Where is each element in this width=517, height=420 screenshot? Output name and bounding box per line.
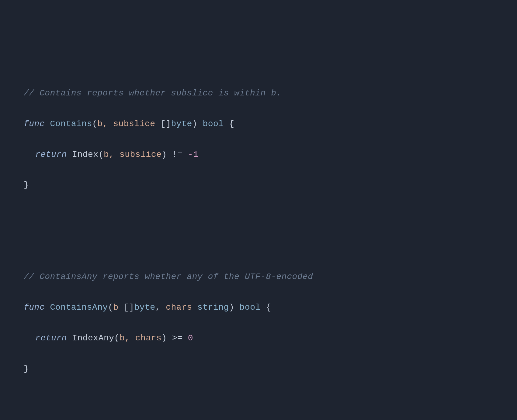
return-type: bool	[203, 119, 224, 129]
type-prefix: []	[119, 303, 134, 312]
type-string: string	[197, 303, 229, 312]
paren-open: (	[92, 119, 97, 129]
keyword-func: func	[24, 303, 45, 312]
comma: ,	[155, 303, 161, 312]
params: b, subslice	[97, 119, 155, 129]
code-block-contains: // Contains reports whether subslice is …	[24, 71, 517, 208]
brace-open: {	[266, 303, 271, 312]
type-byte: byte	[171, 119, 192, 129]
func-name: Contains	[50, 119, 92, 129]
number-literal: 0	[188, 333, 193, 343]
brace-open: {	[229, 119, 234, 129]
operator: >=	[172, 333, 183, 343]
paren-close: )	[229, 303, 234, 312]
operator: !=	[172, 150, 183, 159]
paren-open: (	[99, 150, 104, 159]
brace-close: }	[24, 180, 29, 190]
call-name: Index	[72, 150, 99, 159]
code-block-containsany: // ContainsAny reports whether any of th…	[24, 254, 517, 392]
keyword-func: func	[24, 119, 45, 129]
comment-line: // ContainsAny reports whether any of th…	[24, 272, 313, 281]
param-b: b	[113, 303, 118, 312]
type-prefix: []	[155, 119, 171, 129]
number-literal: -1	[188, 150, 199, 159]
type-byte: byte	[134, 303, 155, 312]
call-args: b, chars	[120, 333, 161, 343]
return-type: bool	[240, 303, 261, 312]
comment-line: // Contains reports whether subslice is …	[24, 88, 282, 98]
paren-close: )	[161, 333, 167, 343]
call-args: b, subslice	[104, 150, 161, 159]
paren-close: )	[192, 119, 197, 129]
keyword-return: return	[35, 333, 67, 343]
paren-open: (	[114, 333, 120, 343]
param-chars: chars	[166, 303, 192, 312]
brace-close: }	[24, 364, 29, 374]
func-name: ContainsAny	[50, 303, 108, 312]
call-name: IndexAny	[72, 333, 114, 343]
paren-open: (	[108, 303, 113, 312]
paren-close: )	[161, 150, 167, 159]
keyword-return: return	[35, 150, 67, 159]
